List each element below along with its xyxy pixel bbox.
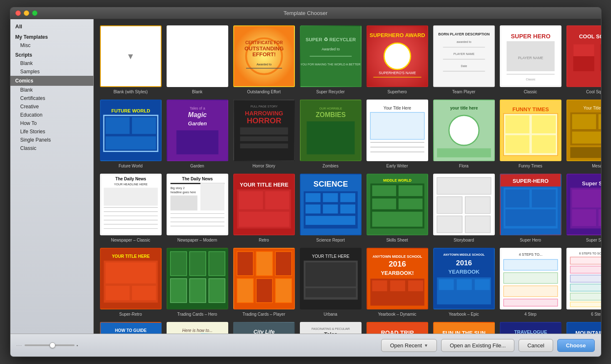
choose-button[interactable]: Choose [557,339,595,352]
minimize-button[interactable] [24,10,29,16]
template-yearbook-epic[interactable]: ANYTOWN MIDDLE SCHOOL 2016 YEARBOOK Year… [433,248,495,317]
template-label: Outstanding Effort [247,89,280,95]
window-title: Template Chooser [284,10,328,16]
template-trading-hero[interactable]: Trading Cards – Hero [167,248,228,317]
sidebar-section-comics[interactable]: Comics [10,76,93,86]
svg-rect-161 [256,252,272,276]
template-label: Funny Times [519,163,542,169]
template-super-retro[interactable]: YOUR TITLE HERE Super-Retro [100,248,162,317]
template-trading-player[interactable]: Trading Cards – Player [233,248,295,317]
template-super-hero[interactable]: SUPER-HERO Super Hero [500,174,561,243]
sidebar-item-blank-comics[interactable]: Blank [10,86,93,94]
sidebar-item-certificates[interactable]: Certificates [10,94,93,102]
svg-rect-126 [372,212,422,227]
svg-text:MOUNTAIN HIGH: MOUNTAIN HIGH [575,330,601,334]
open-existing-button[interactable]: Open an Existing File... [441,339,514,352]
template-internet-tales[interactable]: FASCINATING & PECULIAR Tales from the In… [300,322,362,334]
template-outstanding-effort[interactable]: CERTIFICATE FOR OUTSTANDING EFFORT! Awar… [233,25,295,95]
svg-rect-160 [237,252,253,276]
svg-rect-117 [340,204,355,214]
template-blue-orange[interactable]: HOW TO GUIDE Blue Orange [100,322,162,334]
template-label: Skills Sheet [386,237,408,243]
template-city-life[interactable]: City Life City Life [233,322,295,334]
svg-text:FUNNY TIMES: FUNNY TIMES [512,106,549,112]
sidebar-section-my-templates[interactable]: My Templates [10,32,93,41]
svg-rect-85 [104,188,158,206]
template-winter[interactable]: MOUNTAIN HIGH Winter [566,322,601,334]
template-travelogue[interactable]: TRAVELOGUE Travelogue [500,322,561,334]
zoom-slider-thumb[interactable] [50,342,55,348]
template-garden[interactable]: Tales of a Magic Garden Garden [167,100,228,169]
template-skills-sheet[interactable]: MIDDLE WORLD Skills Sheet [367,174,428,243]
template-future-world[interactable]: FUTURE WORLD Future World [100,100,162,169]
sidebar-section-scripts[interactable]: Scripts [10,50,93,59]
svg-rect-185 [456,279,471,290]
template-urbana[interactable]: YOUR TITLE HERE Urbana [300,248,362,317]
template-team-player[interactable]: BORN PLAYER DESCRIPTION awarded to PLAYE… [433,25,495,95]
template-chooser-window: Template Chooser All My Templates Misc S… [10,7,601,357]
template-6-step[interactable]: 6 STEPS TO SOMETHING 6 Step [566,248,601,317]
svg-text:2016: 2016 [389,259,406,268]
template-label: Cool Squad [586,89,601,95]
sidebar-item-classic[interactable]: Classic [10,144,93,152]
template-label: Super Recycler [316,89,344,95]
template-4-step[interactable]: 4 STEPS TO... 4 Step [500,248,561,317]
svg-text:Awarded to: Awarded to [322,47,340,51]
sidebar-item-creative[interactable]: Creative [10,102,93,111]
template-road-trip[interactable]: ROAD TRIP All the amazing things we saw … [367,322,428,334]
sidebar-item-education[interactable]: Education [10,111,93,119]
template-horror-story[interactable]: FULL PAGE STORY HARROWING HORROR Horror … [233,100,295,169]
svg-text:4 STEPS TO...: 4 STEPS TO... [519,252,542,257]
template-superhero[interactable]: SUPERHERO AWARD SUPERHERO'S NAME Superhe… [367,25,428,95]
template-super-story[interactable]: Super Story Super Story [566,174,601,243]
sidebar-item-blank-scripts[interactable]: Blank [10,59,93,67]
template-funny-times[interactable]: FUNNY TIMES Funny Times [500,100,561,169]
zoom-slider[interactable] [25,344,75,346]
template-stickies[interactable]: Here is how to... Stickies [167,322,228,334]
sidebar-item-how-to[interactable]: How To [10,119,93,127]
svg-text:TRAVELOGUE: TRAVELOGUE [514,329,547,334]
svg-rect-149 [105,262,156,283]
svg-rect-73 [505,135,529,153]
template-flora[interactable]: your title here Flora [433,100,495,169]
template-classic[interactable]: SUPER HERO PLAYER NAME Classic Classic [500,25,561,95]
svg-text:HORROR: HORROR [247,116,282,125]
svg-text:SUPERHERO AWARD: SUPERHERO AWARD [369,32,425,38]
template-newspaper-modern[interactable]: The Daily News Big story 2 headline goes… [167,174,228,243]
template-mesa[interactable]: Your Title Here Mesa [566,100,601,169]
close-button[interactable] [15,10,21,16]
sidebar-item-samples[interactable]: Samples [10,67,93,76]
cancel-button[interactable]: Cancel [519,339,553,352]
svg-rect-191 [504,286,558,297]
open-recent-button[interactable]: Open Recent ▼ [381,339,437,352]
svg-rect-113 [323,193,338,202]
template-retro[interactable]: YOUR TITLE HERE Retro [233,174,295,243]
sidebar-item-single-panels[interactable]: Single Panels [10,136,93,144]
svg-rect-176 [372,280,387,291]
template-label: Blank (with Styles) [113,89,147,95]
svg-rect-162 [275,252,292,276]
template-blank-with-styles[interactable]: ▼ Blank (with Styles) [100,25,162,95]
template-early-writer[interactable]: Your Title Here Early Writer [367,100,428,169]
svg-rect-165 [275,279,292,303]
template-yearbook-dynamic[interactable]: ANYTOWN MIDDLE SCHOOL 2016 YEARBOOK! Yea… [367,248,428,317]
svg-rect-51 [240,127,288,135]
template-zombies[interactable]: OUR HORRIBLE ZOMBIES Zombies [300,100,362,169]
template-cool-squad[interactable]: COOL SQUAD Cool Squad [566,25,601,95]
template-summer[interactable]: FUN IN THE SUN Summer [433,322,495,334]
sidebar-item-all[interactable]: All [10,19,93,32]
svg-rect-155 [209,252,225,276]
template-science-report[interactable]: SCIENCE Science Report [300,174,362,243]
template-label: Classic [524,89,537,95]
template-newspaper-classic[interactable]: The Daily News YOUR HEADLINE HERE Newspa… [100,174,162,243]
svg-text:YOUR TITLE HERE: YOUR TITLE HERE [239,182,288,188]
svg-rect-154 [190,252,206,276]
sidebar-item-misc[interactable]: Misc [10,41,93,50]
svg-text:Your Title Here: Your Title Here [383,106,411,110]
sidebar-item-life-stories[interactable]: Life Stories [10,127,93,136]
template-super-recycler[interactable]: SUPER ♻ RECYCLER Awarded to THANK YOU FO… [300,25,362,95]
template-storyboard[interactable]: Storyboard [433,174,495,243]
template-blank[interactable]: Blank [167,25,228,95]
svg-rect-122 [372,185,396,196]
maximize-button[interactable] [32,10,37,16]
